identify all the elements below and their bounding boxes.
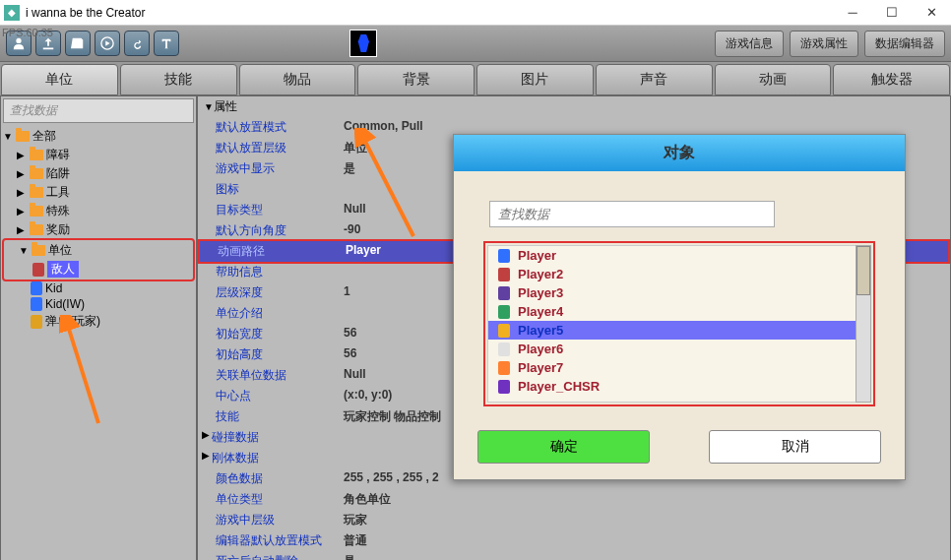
dialog-item-label: Player3 [518,285,563,300]
prop-label: 初始高度 [216,346,344,363]
sprite-icon [498,361,510,375]
sprite-icon [498,268,510,281]
play-icon[interactable] [95,31,120,56]
sprite-icon [498,305,510,319]
dialog-list-item[interactable]: Player4 [488,302,870,321]
sidebar: 查找数据 ▼全部 ▶障碍 ▶陷阱 ▶工具 ▶特殊 ▶奖励 ▼单位 敌人 Kid … [0,95,197,560]
dialog-list-item[interactable]: Player5 [488,321,870,340]
prop-label: 死亡后自动删除 [216,553,344,560]
dialog-list-highlight: PlayerPlayer2Player3Player4Player5Player… [483,241,875,406]
prop-value: 是 [344,160,355,177]
scrollbar-thumb[interactable] [856,246,870,295]
tree-folder[interactable]: ▶奖励 [3,220,194,239]
dialog-list-item[interactable]: Player6 [488,340,870,358]
tree-folder[interactable]: ▶工具 [3,183,194,202]
tree-folder[interactable]: ▶特殊 [3,202,194,220]
tree-folder[interactable]: ▶障碍 [3,146,194,164]
prop-label: 单位介绍 [216,305,344,322]
titlebar: ◆ i wanna be the Creator ─ ☐ ✕ [0,0,951,26]
prop-value: 角色单位 [344,491,391,508]
prop-value: Common, Pull [344,119,423,136]
dialog-search-input[interactable] [489,201,775,227]
prop-label: 编辑器默认放置模式 [216,532,344,549]
tab-unit[interactable]: 单位 [1,64,118,95]
dialog-list-item[interactable]: Player3 [488,283,870,302]
object-dialog: 对象 PlayerPlayer2Player3Player4Player5Pla… [453,134,906,480]
dialog-item-label: Player [518,248,556,263]
text-icon[interactable] [154,31,179,56]
toolbar: 游戏信息 游戏属性 数据编辑器 [0,26,951,61]
prop-label: 层级深度 [216,284,344,301]
sprite-icon [498,380,510,394]
tab-skill[interactable]: 技能 [120,64,237,95]
dialog-list-item[interactable]: Player [488,246,870,265]
tab-bg[interactable]: 背景 [357,64,475,95]
main-tabs: 单位 技能 物品 背景 图片 声音 动画 触发器 [0,61,951,95]
cancel-button[interactable]: 取消 [709,430,881,464]
prop-value: 56 [344,326,356,342]
prop-row[interactable]: 死亡后自动删除是 [198,551,950,560]
prop-value: Player [346,243,381,260]
ok-button[interactable]: 确定 [477,430,650,464]
dialog-item-label: Player4 [518,304,563,319]
tree-root[interactable]: ▼全部 [3,127,194,146]
tab-trigger[interactable]: 触发器 [833,64,950,95]
tab-sound[interactable]: 声音 [596,64,713,95]
dialog-item-label: Player6 [518,342,563,356]
maximize-button[interactable]: ☐ [872,0,912,26]
prop-label: 默认放置模式 [216,119,344,136]
prop-value: 玩家控制 物品控制 [344,408,441,425]
prop-value: -90 [344,222,360,239]
prop-value: 255 , 255 , 255 , 2 [344,470,439,487]
prop-row[interactable]: 编辑器默认放置模式普通 [198,530,950,551]
prop-label: 默认放置层级 [216,140,344,156]
game-info-button[interactable]: 游戏信息 [715,31,784,57]
prop-header[interactable]: ▼属性 [198,96,950,117]
dialog-list-item[interactable]: Player7 [488,358,870,377]
window-title: i wanna be the Creator [26,6,833,20]
sprite-icon [498,324,510,338]
dialog-item-label: Player2 [518,267,563,281]
prop-label: 游戏中层级 [216,512,344,529]
tab-image[interactable]: 图片 [476,64,594,95]
tree-item-kidiw[interactable]: Kid(IW) [3,296,194,312]
dialog-item-label: Player_CHSR [518,379,600,394]
save-icon[interactable] [65,31,91,56]
dialog-title: 对象 [454,135,905,171]
prop-label: 刚体数据 [212,450,340,467]
prop-value: 玩家 [344,512,367,529]
sidebar-search[interactable]: 查找数据 [3,98,194,123]
prop-label: 单位类型 [216,491,344,508]
dialog-list[interactable]: PlayerPlayer2Player3Player4Player5Player… [487,245,871,403]
prop-value: Null [344,367,366,384]
prop-value: (x:0, y:0) [344,388,392,404]
prop-label: 图标 [216,181,344,198]
prop-value: 普通 [344,532,367,549]
prop-label: 中心点 [216,388,344,404]
prop-row[interactable]: 游戏中层级玩家 [198,510,950,530]
prop-label: 技能 [216,408,344,425]
dialog-list-item[interactable]: Player2 [488,265,870,283]
game-attr-button[interactable]: 游戏属性 [790,31,858,57]
prop-value: 1 [344,284,350,301]
close-button[interactable]: ✕ [912,0,951,26]
svg-point-0 [16,38,21,43]
prop-row[interactable]: 单位类型角色单位 [198,489,950,510]
tree-item-enemy[interactable]: 敌人 [5,260,192,279]
tab-item[interactable]: 物品 [239,64,356,95]
player-preview[interactable] [349,30,377,57]
prop-value: Null [344,202,366,218]
tree-highlight: ▼单位 敌人 [2,238,195,281]
tree-unit-folder[interactable]: ▼单位 [5,241,192,260]
data-editor-button[interactable]: 数据编辑器 [864,31,945,57]
redo-icon[interactable] [124,31,150,56]
tab-anim[interactable]: 动画 [715,64,832,95]
tree-item-bullet[interactable]: 弹单(玩家) [3,312,194,331]
dialog-list-item[interactable]: Player_CHSR [488,377,870,396]
tree-item-kid[interactable]: Kid [3,280,194,296]
minimize-button[interactable]: ─ [833,0,872,26]
sprite-icon [498,249,510,263]
scrollbar[interactable] [856,245,871,403]
dialog-search [483,201,875,227]
tree-folder[interactable]: ▶陷阱 [3,164,194,183]
